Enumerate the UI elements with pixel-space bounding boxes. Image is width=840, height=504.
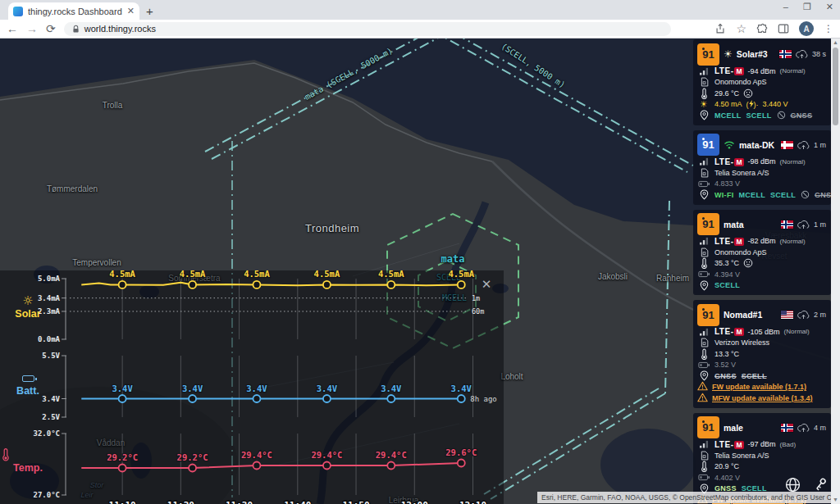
sim-icon [697,451,710,461]
extensions-puzzle-icon[interactable] [756,23,768,34]
svg-text:11:50: 11:50 [342,500,369,504]
no-signal-slash-icon [777,111,786,120]
location-row: WI-FIMCELLSCELLGNSS [697,189,826,201]
svg-text:27.0°C: 27.0°C [33,491,60,499]
signal-row: LTE-M -82 dBm (Normal) [697,236,826,247]
device-header: 91 ☀ Solar#3 38 s [697,43,826,66]
sim-operator: Onomondo ApS [714,78,767,86]
battery-voltage: 4.833 V [714,179,740,188]
browser-tab[interactable]: thingy.rocks Dashboard ✕ [8,2,139,20]
map[interactable]: TrollaTømmerdalenTrondheimTempervollenSo… [0,39,840,504]
lte-m-badge: LTE-M [714,66,744,75]
last-update-age: 2 m [814,311,826,319]
battery-voltage: 3.52 V [714,361,736,369]
fw-update-link[interactable]: FW update available (1.7.1) [712,383,806,391]
flag-icon [781,141,793,149]
location-source-scell: SCELL [770,191,796,199]
close-window-button[interactable]: ✕ [826,2,833,12]
sim-operator: Telia Sonera A/S [714,169,769,177]
svg-text:12:10: 12:10 [459,500,486,504]
battery-icon [2,370,54,385]
url-text: world.thingy.rocks [84,24,156,34]
forward-icon[interactable]: → [26,23,38,34]
device-card[interactable]: 91 ☀ Solar#3 38 s LTE-M -94 dBm (Normal)… [693,39,831,125]
side-panel-icon[interactable] [778,23,789,34]
sim-row: Onomondo ApS [697,247,826,258]
map-label: Trondheim [305,222,359,234]
charging-indicator: ()· [746,100,759,109]
bookmark-star-icon[interactable]: ☆ [736,22,746,35]
scroll-down-icon[interactable]: ▼ [833,496,838,504]
map-label: Jakobsli [598,272,628,281]
tab-title: thingy.rocks Dashboard [28,7,122,16]
back-icon[interactable]: ← [7,23,18,34]
svg-text:3.4V: 3.4V [381,384,402,393]
share-icon[interactable] [714,23,726,34]
minimize-button[interactable]: – [783,2,788,12]
device-card[interactable]: 91 ☀ mata-DK 1 m LTE-M -98 dBm (Normal) … [693,130,831,205]
device-name: Solar#3 [737,49,768,59]
sim-operator: Verizon Wireless [714,338,769,347]
svg-text:1m: 1m [472,294,480,302]
svg-text:4.5mA: 4.5mA [244,270,270,279]
thingy91-icon: 91 [697,134,719,156]
key-button[interactable] [810,474,830,494]
refresh-icon[interactable]: ⟳ [46,23,56,34]
avatar[interactable]: A [799,21,814,36]
map-label: Tømmerdalen [47,184,98,193]
globe-button[interactable] [783,474,802,494]
signal-quality: (Normal) [784,328,810,335]
device-name: mata [724,220,744,229]
sim-icon [697,168,710,178]
firmware-updates: FW update available (1.7.1)MFW update av… [697,382,826,404]
location-sources: SCELL [714,281,740,289]
map-label: mata [441,253,465,265]
svg-text:11:30: 11:30 [226,500,253,504]
svg-text:4.5mA: 4.5mA [180,270,206,279]
location-source-gnss: GNSS [791,111,813,120]
rssi-value: -97 dBm [748,440,776,448]
cloud-upload-icon [797,310,810,320]
svg-text:3.4V: 3.4V [451,384,472,393]
location-sources: WI-FIMCELLSCELLGNSS [714,190,837,199]
lte-m-badge: LTE-M [714,237,744,246]
sun-icon: ☀ [697,99,710,110]
cloud-upload-icon [797,423,810,433]
last-update-age: 1 m [814,220,826,229]
tab-strip: thingy.rocks Dashboard ✕ + – ❐ ✕ [0,0,840,20]
battery-icon [697,361,710,369]
fw-update-link[interactable]: MFW update available (1.3.4) [712,394,813,402]
address-bar[interactable]: world.thingy.rocks [64,22,671,36]
new-tab-button[interactable]: + [146,4,153,18]
temperature-value: 20.9 °C [714,462,739,470]
sim-row: Verizon Wireless [697,338,826,349]
temperature-value: 13.3 °C [714,350,739,358]
location-pin-icon [697,280,710,291]
chart-close-button[interactable]: ✕ [479,277,494,292]
temperature-row: 20.9 °C [697,461,826,473]
flag-icon [781,424,793,432]
location-row: MCELLSCELLGNSS [697,110,826,121]
device-card[interactable]: 91 ☀ Nomad#1 2 m LTE-M -105 dBm (Normal)… [693,300,831,408]
svg-text:11:10: 11:10 [109,500,136,504]
location-source-scell: SCELL [742,372,767,380]
svg-text:8h ago: 8h ago [470,395,497,403]
map-label: Ranheim [656,274,689,283]
scrollbar-thumb[interactable] [833,48,838,125]
scroll-up-icon[interactable]: ▲ [833,39,838,47]
svg-text:4.5mA: 4.5mA [378,270,404,279]
browser-window: thingy.rocks Dashboard ✕ + – ❐ ✕ ← → ⟳ w… [0,0,840,504]
menu-kebab-icon[interactable]: ⋮ [824,23,833,34]
tab-close-icon[interactable]: ✕ [127,6,135,16]
sidebar-scrollbar[interactable]: ▲ ▼ [831,39,840,504]
signal-quality: (Normal) [780,158,806,166]
svg-text:29.4°C: 29.4°C [241,450,272,460]
battery-voltage: 4.394 V [714,270,740,279]
device-card[interactable]: 91 ☀ mata 1 m LTE-M -82 dBm (Normal) Ono… [693,210,831,296]
svg-text:12:00: 12:00 [401,500,428,504]
maximize-button[interactable]: ❐ [803,2,811,12]
cloud-upload-icon [797,220,810,229]
thermometer-icon [697,461,710,472]
svg-text:4.5mA: 4.5mA [314,270,340,279]
battery-row: 4.402 V [697,472,826,484]
